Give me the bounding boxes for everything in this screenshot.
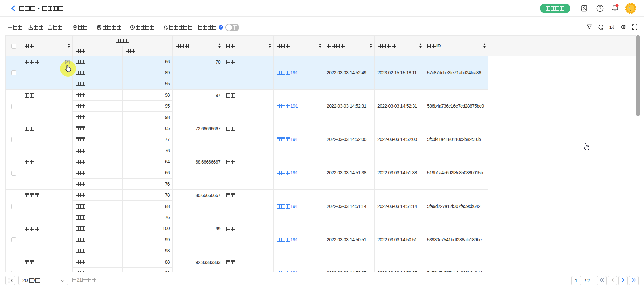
svg-text:1: 1 [609,24,612,30]
